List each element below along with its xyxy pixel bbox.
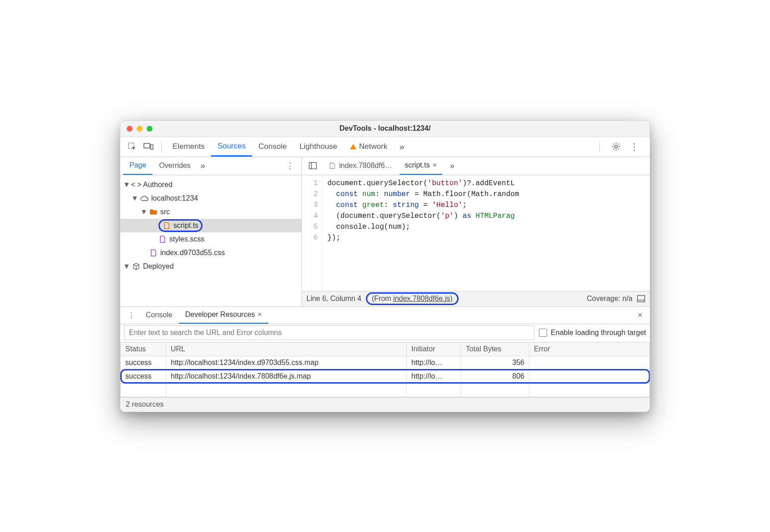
drawer-search-row: Enable loading through target	[120, 324, 650, 342]
tree-label: Deployed	[143, 262, 174, 271]
enable-loading-checkbox[interactable]	[539, 329, 547, 337]
resources-table: Status URL Initiator Total Bytes Error s…	[120, 342, 650, 397]
more-tabs-icon[interactable]: »	[395, 140, 408, 153]
svg-rect-4	[309, 163, 316, 169]
cursor-position: Line 6, Column 4	[306, 295, 361, 303]
drawer-tab-devres[interactable]: Developer Resources ×	[179, 307, 268, 324]
settings-icon[interactable]	[610, 140, 622, 153]
enable-loading-toggle[interactable]: Enable loading through target	[539, 329, 646, 337]
file-icon	[163, 222, 171, 230]
sourcemap-origin[interactable]: (From index.7808df6e.js)	[366, 292, 459, 305]
file-tab-label: index.7808df6…	[339, 162, 392, 170]
inspect-icon[interactable]	[126, 140, 138, 153]
code-icon: < >	[132, 181, 140, 189]
file-tab-script-ts[interactable]: script.ts ×	[400, 157, 442, 175]
col-status[interactable]: Status	[121, 342, 166, 356]
drawer-kebab-icon[interactable]: ⋮	[123, 311, 139, 320]
svg-point-3	[615, 145, 617, 148]
navigator-tabs: Page Overrides » ⋮	[120, 157, 301, 175]
file-icon	[328, 162, 336, 170]
tree-authored[interactable]: ▼ < > Authored	[120, 178, 301, 192]
svg-rect-2	[151, 145, 153, 149]
kebab-icon[interactable]: ⋮	[628, 140, 641, 153]
drawer-tab-console[interactable]: Console	[139, 307, 179, 324]
tab-network[interactable]: Network	[344, 137, 394, 157]
table-row[interactable]: success http://localhost:1234/index.d970…	[121, 356, 650, 369]
nav-more-icon[interactable]: »	[201, 161, 205, 171]
table-row-empty	[121, 383, 650, 397]
code-content: document.querySelector('button')?.addEve…	[323, 175, 519, 291]
editor-pane: index.7808df6… script.ts × » 1 2 3 4 5 6…	[302, 157, 650, 306]
tree-domain[interactable]: ▼ localhost:1234	[120, 192, 301, 205]
file-tabs: index.7808df6… script.ts × »	[302, 157, 650, 175]
search-input[interactable]	[124, 325, 534, 340]
tree-script-ts[interactable]: ▼ script.ts	[120, 219, 301, 232]
coverage-label: Coverage: n/a	[587, 295, 632, 303]
expand-icon[interactable]	[637, 295, 645, 302]
toggle-nav-icon[interactable]	[306, 159, 319, 172]
sources-panel: Page Overrides » ⋮ ▼ < > Authored ▼ loca…	[120, 157, 650, 307]
file-tab-index-js[interactable]: index.7808df6…	[323, 157, 398, 175]
drawer-tabs: ⋮ Console Developer Resources × ×	[120, 307, 650, 324]
checkbox-label: Enable loading through target	[551, 329, 646, 337]
more-file-tabs-icon[interactable]: »	[446, 159, 459, 172]
tree-label: script.ts	[173, 222, 198, 230]
devtools-window: DevTools - localhost:1234/ Elements Sour…	[120, 120, 650, 412]
device-icon[interactable]	[142, 140, 155, 153]
box-icon	[132, 262, 140, 271]
tree-label: index.d9703d55.css	[160, 249, 225, 257]
gutter: 1 2 3 4 5 6	[302, 175, 323, 291]
tree-styles-scss[interactable]: ▼ styles.scss	[120, 232, 301, 246]
tree-label: localhost:1234	[151, 194, 198, 202]
nav-tab-overrides[interactable]: Overrides	[153, 157, 197, 175]
code-editor[interactable]: 1 2 3 4 5 6 document.querySelector('butt…	[302, 175, 650, 291]
table-header: Status URL Initiator Total Bytes Error	[121, 342, 650, 356]
resources-footer: 2 resources	[120, 397, 650, 412]
tab-elements[interactable]: Elements	[166, 137, 211, 157]
col-error[interactable]: Error	[529, 342, 650, 356]
tree-label: src	[160, 208, 170, 216]
tab-console[interactable]: Console	[252, 137, 293, 157]
highlight-ring: script.ts	[158, 219, 202, 232]
file-icon	[158, 235, 167, 243]
col-url[interactable]: URL	[166, 342, 407, 356]
svg-rect-1	[144, 143, 150, 148]
table-row[interactable]: success http://localhost:1234/index.7808…	[121, 369, 650, 383]
tree-index-css[interactable]: ▼ index.d9703d55.css	[120, 246, 301, 260]
navigator-pane: Page Overrides » ⋮ ▼ < > Authored ▼ loca…	[120, 157, 302, 306]
nav-tab-page[interactable]: Page	[123, 157, 153, 175]
file-tab-label: script.ts	[405, 161, 430, 169]
tab-lighthouse[interactable]: Lighthouse	[293, 137, 344, 157]
close-tab-icon[interactable]: ×	[433, 161, 437, 169]
tree-deployed[interactable]: ▼ Deployed	[120, 260, 301, 273]
col-bytes[interactable]: Total Bytes	[461, 342, 529, 356]
tree-src[interactable]: ▼ src	[120, 205, 301, 219]
tab-sources[interactable]: Sources	[211, 137, 252, 157]
window-title: DevTools - localhost:1234/	[120, 124, 650, 133]
folder-icon	[149, 208, 158, 216]
file-tree: ▼ < > Authored ▼ localhost:1234 ▼ src ▼	[120, 175, 301, 306]
titlebar: DevTools - localhost:1234/	[120, 121, 650, 137]
cloud-icon	[140, 194, 148, 202]
editor-statusbar: Line 6, Column 4 (From index.7808df6e.js…	[302, 291, 650, 306]
svg-rect-6	[637, 296, 645, 302]
nav-kebab-icon[interactable]: ⋮	[281, 161, 299, 171]
tree-label: styles.scss	[169, 235, 204, 243]
main-toolbar: Elements Sources Console Lighthouse Netw…	[120, 137, 650, 157]
drawer-tab-label: Developer Resources	[185, 310, 255, 319]
tree-label: Authored	[143, 181, 173, 189]
close-tab-icon[interactable]: ×	[258, 310, 262, 319]
col-initiator[interactable]: Initiator	[407, 342, 461, 356]
close-drawer-icon[interactable]: ×	[633, 310, 647, 320]
file-icon	[149, 249, 158, 257]
